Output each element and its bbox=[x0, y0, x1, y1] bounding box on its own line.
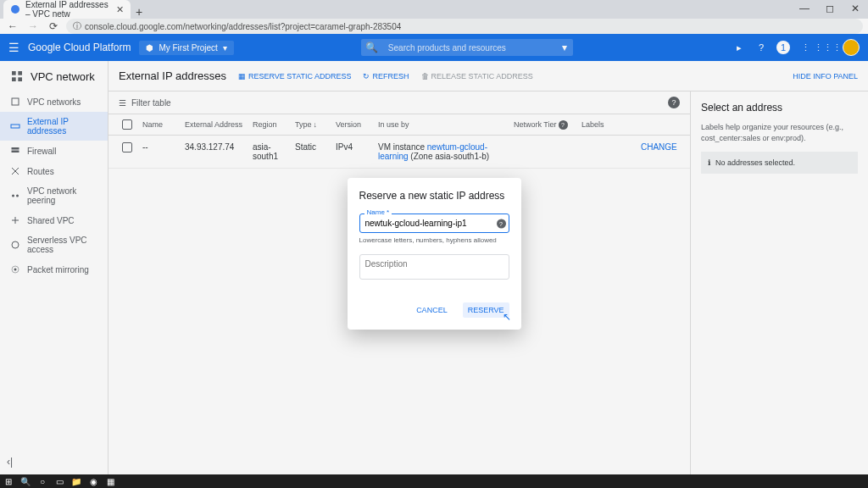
explorer-icon[interactable]: 📁 bbox=[71, 476, 81, 486]
modal-backdrop: Reserve a new static IP address Name * ?… bbox=[0, 0, 868, 488]
description-input[interactable] bbox=[359, 254, 509, 280]
taskbar: ⊞ 🔍 ○ ▭ 📁 ◉ ▦ bbox=[0, 474, 868, 488]
name-field: Name * ? bbox=[359, 214, 509, 233]
task-view-icon[interactable]: ▭ bbox=[54, 476, 64, 486]
reserve-ip-modal: Reserve a new static IP address Name * ?… bbox=[348, 178, 521, 330]
chrome-icon[interactable]: ◉ bbox=[88, 476, 98, 486]
start-button[interactable]: ⊞ bbox=[3, 476, 14, 486]
search-taskbar-icon[interactable]: 🔍 bbox=[20, 476, 31, 486]
cursor-icon: ↖ bbox=[503, 311, 511, 323]
name-input[interactable] bbox=[359, 214, 509, 233]
cortana-icon[interactable]: ○ bbox=[37, 476, 47, 486]
app-icon[interactable]: ▦ bbox=[105, 476, 115, 486]
name-help-icon[interactable]: ? bbox=[497, 219, 506, 228]
modal-title: Reserve a new static IP address bbox=[359, 190, 509, 202]
name-helper: Lowercase letters, numbers, hyphens allo… bbox=[359, 236, 509, 244]
name-label: Name * bbox=[364, 208, 392, 216]
cancel-button[interactable]: CANCEL bbox=[411, 302, 453, 318]
reserve-button[interactable]: RESERVE↖ bbox=[463, 302, 509, 318]
